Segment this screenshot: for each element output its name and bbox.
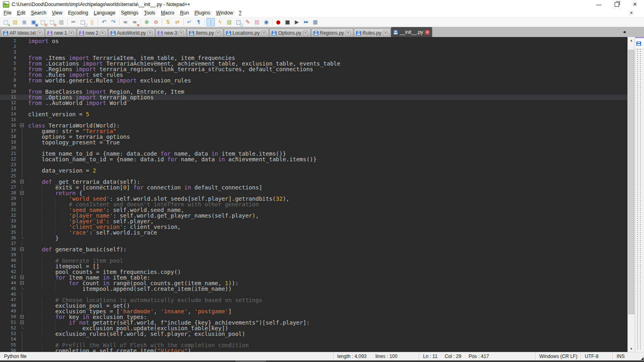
- tab-new-2[interactable]: new 2×: [77, 29, 108, 37]
- code-line[interactable]: 14client_version = 5: [0, 111, 627, 117]
- code-line[interactable]: 29 'world_seed': self.world.slot_seeds[s…: [0, 196, 627, 202]
- tab-close-icon[interactable]: ×: [346, 31, 351, 36]
- code-line[interactable]: 11from .Options import terraria_options: [0, 95, 627, 100]
- find-icon[interactable]: ∞: [121, 18, 130, 26]
- copy-icon[interactable]: □□: [78, 18, 87, 26]
- cut-icon[interactable]: ✂: [69, 18, 78, 26]
- code-line[interactable]: 10from BaseClasses import Region, Entran…: [0, 89, 627, 95]
- macro-run-multiple-icon[interactable]: ▶▶: [302, 18, 310, 26]
- fold-collapse-icon[interactable]: [19, 247, 25, 252]
- menu-item-search[interactable]: Search: [28, 9, 49, 16]
- code-line[interactable]: 4from .Items import TerrariaItem, item_t…: [0, 55, 627, 61]
- code-line[interactable]: 1import os: [0, 38, 627, 44]
- print-icon[interactable]: ▥: [57, 18, 66, 26]
- scroll-up-button[interactable]: ▲: [628, 37, 635, 43]
- code-line[interactable]: 38 def generate_basic(self):: [0, 247, 627, 252]
- tab-close-icon[interactable]: ×: [216, 31, 221, 36]
- code-line[interactable]: 24 data_version = 2: [0, 168, 627, 173]
- menu-item-view[interactable]: View: [49, 9, 65, 16]
- sync-vertical-icon[interactable]: ⇅: [164, 18, 172, 26]
- tab-new-3[interactable]: new 3×: [155, 29, 186, 37]
- tab-close-icon[interactable]: ×: [147, 31, 153, 36]
- open-file-icon[interactable]: ▤: [11, 18, 19, 26]
- code-line[interactable]: 21 item_name_to_id = {name: data.code fo…: [0, 151, 627, 156]
- close-button[interactable]: ×: [626, 0, 644, 9]
- code-line[interactable]: 7from .Rules import set_rules: [0, 72, 627, 78]
- scrollbar-thumb[interactable]: [628, 50, 634, 314]
- code-line[interactable]: 35 'race': self.world.is_race: [0, 230, 627, 235]
- zoom-out-icon[interactable]: ⊖: [152, 18, 160, 26]
- code-line[interactable]: 9: [0, 83, 627, 89]
- code-line[interactable]: 50 for key in exclusion_types:: [0, 314, 627, 320]
- code-line[interactable]: 32 'player_name': self.world.get_player_…: [0, 213, 627, 218]
- tab-close-icon[interactable]: ×: [69, 31, 74, 36]
- function-completion-icon[interactable]: ϟ: [216, 18, 224, 26]
- restore-button[interactable]: [608, 0, 626, 9]
- code-line[interactable]: 42 pool_counts = item_frequencies.copy(): [0, 269, 627, 275]
- tab-options-py[interactable]: Options.py×: [269, 29, 310, 37]
- tab-close-icon[interactable]: ×: [303, 31, 308, 36]
- code-line[interactable]: 23: [0, 162, 627, 168]
- zoom-in-icon[interactable]: ⊕: [142, 18, 151, 26]
- code-line[interactable]: 3: [0, 49, 627, 55]
- tab-close-icon[interactable]: ×: [100, 31, 105, 36]
- docked-tab-fragment[interactable]: [635, 37, 644, 49]
- menu-item-macro[interactable]: Macro: [158, 9, 177, 16]
- fold-collapse-icon[interactable]: [19, 320, 25, 325]
- menu-item-window[interactable]: Window: [213, 9, 236, 16]
- code-line[interactable]: 36 }: [0, 235, 627, 241]
- code-line[interactable]: 52 exclusion_pool.update(exclusion_table…: [0, 325, 627, 331]
- fold-collapse-icon[interactable]: [19, 190, 25, 196]
- code-line[interactable]: 56 completion = self.create_item("Victor…: [0, 348, 627, 352]
- tab-new-1[interactable]: new 1×: [45, 29, 76, 37]
- save-icon[interactable]: ▣: [20, 18, 29, 26]
- macro-record-icon[interactable]: ●: [274, 18, 283, 26]
- word-wrap-icon[interactable]: ↵: [185, 18, 194, 26]
- save-all-icon[interactable]: ▣▣: [29, 18, 38, 26]
- code-line[interactable]: 51 if not getattr(self.world, f"include_…: [0, 320, 627, 325]
- code-line[interactable]: 43 for item_name in item_table:: [0, 275, 627, 280]
- code-line[interactable]: 33 'player_id': self.player,: [0, 218, 627, 224]
- menu-item-file[interactable]: File: [1, 9, 14, 16]
- code-line[interactable]: 49 exclusion_types = ['hardmode', 'insan…: [0, 309, 627, 314]
- scroll-down-button[interactable]: ▼: [628, 346, 635, 352]
- code-line[interactable]: 25: [0, 173, 627, 179]
- code-line[interactable]: 8from worlds.generic.Rules import exclus…: [0, 78, 627, 83]
- tab--init-py[interactable]: __init__.py×: [391, 27, 432, 37]
- show-all-characters-icon[interactable]: ¶: [194, 18, 203, 26]
- macro-play-icon[interactable]: ▶: [293, 18, 301, 26]
- close-document-icon[interactable]: ×: [630, 10, 633, 16]
- code-line[interactable]: 44 for count in range(pool_counts.get(it…: [0, 280, 627, 286]
- code-line[interactable]: 15: [0, 117, 627, 123]
- tab-autoworld-py[interactable]: AutoWorld.py×: [108, 29, 155, 37]
- code-line[interactable]: 53 exclusion_rules(self.world, self.play…: [0, 331, 627, 337]
- macro-stop-icon[interactable]: ■: [283, 18, 292, 26]
- tab-regions-py[interactable]: Regions.py×: [311, 29, 353, 37]
- code-line[interactable]: 27 exits = [connection[0] for connection…: [0, 185, 627, 190]
- document-list-icon[interactable]: □□: [234, 18, 243, 26]
- vertical-scrollbar[interactable]: ▲ ▼: [627, 37, 635, 352]
- fold-collapse-icon[interactable]: [19, 280, 25, 286]
- code-line[interactable]: 5from .Locations import TerrariaAchievem…: [0, 61, 627, 66]
- undo-icon[interactable]: ↶: [100, 18, 108, 26]
- menu-item-[interactable]: ?: [236, 9, 244, 16]
- menu-item-plugins[interactable]: Plugins: [192, 9, 213, 16]
- menu-item-encoding[interactable]: Encoding: [65, 9, 91, 16]
- code-line[interactable]: 6from .Regions import terraria_regions, …: [0, 66, 627, 72]
- fold-collapse-icon[interactable]: [19, 179, 25, 185]
- code-line[interactable]: 13: [0, 106, 627, 111]
- code-line[interactable]: 12from ..AutoWorld import World: [0, 100, 627, 106]
- tab-ap-ideas-txt[interactable]: AP Ideas.txt×: [1, 29, 45, 37]
- code-line[interactable]: 19 topology_present = True: [0, 140, 627, 145]
- code-editor[interactable]: 1import os234from .Items import Terraria…: [0, 37, 627, 352]
- tab-rules-py[interactable]: Rules.py×: [354, 29, 391, 37]
- function-list-icon[interactable]: ✎: [244, 18, 252, 26]
- tab-locations-py[interactable]: Locations.py×: [224, 29, 269, 37]
- fold-collapse-icon[interactable]: [19, 314, 25, 320]
- code-line[interactable]: 37: [0, 241, 627, 247]
- code-line[interactable]: 40 # Generate item pool: [0, 258, 627, 263]
- tab-close-icon[interactable]: ×: [425, 30, 430, 35]
- code-line[interactable]: 46: [0, 292, 627, 297]
- fold-collapse-icon[interactable]: [19, 123, 25, 128]
- folder-as-workspace-icon[interactable]: ▤: [253, 18, 261, 26]
